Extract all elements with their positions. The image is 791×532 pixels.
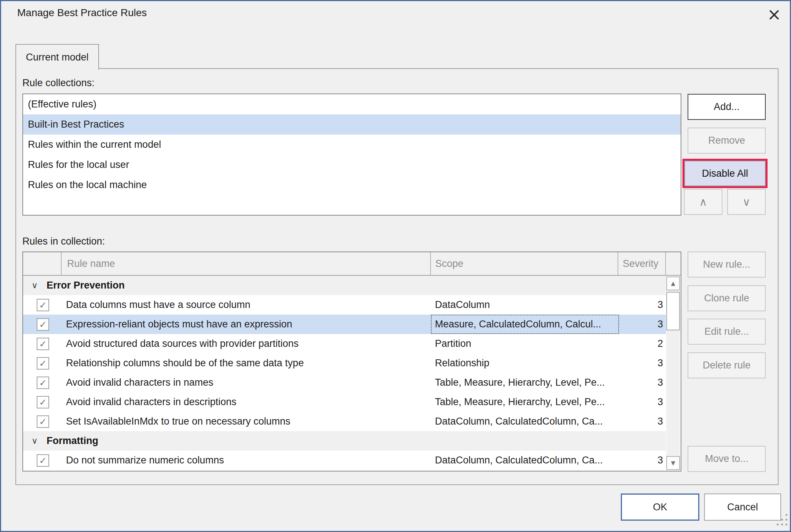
rule-scope: DataColumn, CalculatedColumn, Ca...	[435, 451, 618, 470]
rule-checkbox[interactable]: ✓	[37, 415, 49, 428]
group-name: Error Prevention	[47, 276, 125, 295]
check-icon: ✓	[39, 417, 47, 426]
vertical-scrollbar[interactable]: ▲ ▼	[666, 276, 680, 470]
rules-table-header: Rule name Scope Severity	[23, 252, 681, 276]
move-collection-up-button[interactable]: ∧	[684, 189, 722, 215]
rule-severity: 3	[619, 315, 663, 334]
rule-severity: 3	[619, 392, 663, 412]
rule-row-invalid-chars-descriptions[interactable]: ✓ Avoid invalid characters in descriptio…	[23, 392, 666, 412]
tab-current-model[interactable]: Current model	[15, 44, 99, 70]
rule-severity: 3	[619, 412, 663, 431]
rule-name: Relationship columns should be of the sa…	[66, 353, 304, 373]
manage-best-practice-rules-dialog: Manage Best Practice Rules × Current mod…	[0, 0, 791, 532]
rule-checkbox[interactable]: ✓	[37, 396, 49, 408]
header-severity[interactable]: Severity	[618, 252, 666, 275]
rule-collections-listbox: (Effective rules) Built-in Best Practice…	[22, 93, 681, 216]
edit-rule-button[interactable]: Edit rule...	[688, 319, 766, 345]
resize-grip[interactable]	[774, 513, 788, 529]
rule-checkbox[interactable]: ✓	[37, 454, 49, 467]
rules-table-body: ∨ Error Prevention ✓ Data columns must h…	[23, 276, 666, 470]
remove-button[interactable]: Remove	[688, 128, 766, 154]
check-icon: ✓	[39, 398, 47, 407]
scroll-down-icon: ▼	[671, 460, 675, 466]
delete-rule-button[interactable]: Delete rule	[688, 352, 766, 378]
rule-name: Avoid structured data sources with provi…	[66, 334, 299, 353]
scrollbar-thumb[interactable]	[666, 292, 680, 330]
rule-checkbox[interactable]: ✓	[37, 299, 49, 311]
rule-severity: 3	[619, 353, 663, 373]
scroll-down-button[interactable]: ▼	[666, 456, 680, 470]
add-button[interactable]: Add...	[688, 94, 766, 120]
rule-checkbox[interactable]: ✓	[37, 338, 49, 350]
clone-rule-button[interactable]: Clone rule	[688, 285, 766, 311]
rule-scope: Relationship	[435, 353, 618, 373]
rule-scope: DataColumn	[435, 295, 618, 315]
rule-scope: DataColumn, CalculatedColumn, Ca...	[435, 412, 618, 431]
rule-row-avoid-structured-sources[interactable]: ✓ Avoid structured data sources with pro…	[23, 334, 666, 353]
tab-label: Current model	[26, 52, 88, 63]
new-rule-button[interactable]: New rule...	[688, 252, 766, 278]
scroll-up-button[interactable]: ▲	[666, 276, 680, 290]
group-row-error-prevention[interactable]: ∨ Error Prevention	[23, 276, 666, 295]
rule-checkbox[interactable]: ✓	[37, 357, 49, 370]
header-stub	[666, 252, 681, 275]
dialog-title: Manage Best Practice Rules	[17, 7, 147, 19]
rule-row-relationship-columns[interactable]: ✓ Relationship columns should be of the …	[23, 353, 666, 373]
rule-name: Data columns must have a source column	[66, 295, 250, 315]
click-annotation-box: Disable All	[682, 159, 768, 188]
rule-row-do-not-summarize[interactable]: ✓ Do not summarize numeric columns DataC…	[23, 451, 666, 470]
rule-row-data-columns-source[interactable]: ✓ Data columns must have a source column…	[23, 295, 666, 315]
rule-severity: 3	[619, 295, 663, 315]
check-icon: ✓	[39, 456, 47, 465]
disable-all-button[interactable]: Disable All	[684, 161, 766, 186]
check-icon: ✓	[39, 340, 47, 349]
rule-checkbox[interactable]: ✓	[37, 318, 49, 331]
close-button[interactable]: ×	[765, 4, 784, 25]
rule-collections-label: Rule collections:	[22, 77, 95, 89]
rule-name: Expression-reliant objects must have an …	[66, 315, 292, 334]
collapse-chevron-icon[interactable]: ∨	[32, 276, 38, 295]
rule-name: Do not summarize numeric columns	[66, 451, 224, 470]
rule-severity: 3	[619, 451, 663, 470]
group-row-formatting[interactable]: ∨ Formatting	[23, 431, 666, 451]
rule-scope: Table, Measure, Hierarchy, Level, Pe...	[435, 392, 618, 412]
close-icon: ×	[767, 4, 781, 24]
check-icon: ✓	[39, 359, 47, 368]
rules-in-collection-label: Rules in collection:	[22, 236, 105, 247]
rule-row-invalid-chars-names[interactable]: ✓ Avoid invalid characters in names Tabl…	[23, 373, 666, 392]
scroll-up-icon: ▲	[671, 280, 675, 287]
rule-row-isavailableinmdx[interactable]: ✓ Set IsAvailableInMdx to true on necess…	[23, 412, 666, 431]
header-rule-name[interactable]: Rule name	[62, 252, 431, 275]
collection-item-effective-rules[interactable]: (Effective rules)	[23, 94, 681, 114]
rule-severity: 3	[619, 373, 663, 392]
collapse-chevron-icon[interactable]: ∨	[32, 431, 38, 451]
move-collection-down-button[interactable]: ∨	[727, 189, 766, 215]
collection-item-rules-for-local-user[interactable]: Rules for the local user	[23, 155, 681, 175]
rule-scope: Measure, CalculatedColumn, Calcul...	[435, 315, 618, 334]
cancel-button[interactable]: Cancel	[704, 494, 781, 521]
rule-severity: 2	[619, 334, 663, 353]
rule-name: Avoid invalid characters in descriptions	[66, 392, 237, 412]
chevron-up-icon: ∧	[699, 195, 707, 208]
ok-button[interactable]: OK	[621, 494, 699, 521]
group-name: Formatting	[47, 431, 98, 451]
rule-scope: Partition	[435, 334, 618, 353]
collection-item-rules-on-local-machine[interactable]: Rules on the local machine	[23, 175, 681, 195]
rule-name: Set IsAvailableInMdx to true on necessar…	[66, 412, 290, 431]
header-scope[interactable]: Scope	[431, 252, 618, 275]
collection-item-built-in-best-practices[interactable]: Built-in Best Practices	[23, 114, 681, 135]
check-icon: ✓	[39, 378, 47, 388]
rule-name: Avoid invalid characters in names	[66, 373, 213, 392]
rule-checkbox[interactable]: ✓	[37, 377, 49, 389]
rules-table: Rule name Scope Severity ∨ Error Prevent…	[22, 252, 681, 472]
move-to-button[interactable]: Move to...	[688, 446, 766, 472]
chevron-down-icon: ∨	[743, 195, 751, 208]
check-icon: ✓	[39, 301, 47, 310]
collection-item-rules-within-current-model[interactable]: Rules within the current model	[23, 135, 681, 155]
rule-row-expression-reliant-selected[interactable]: ✓ Expression-reliant objects must have a…	[23, 315, 666, 334]
check-icon: ✓	[39, 320, 47, 329]
header-checkbox-column[interactable]	[23, 252, 62, 275]
rule-scope: Table, Measure, Hierarchy, Level, Pe...	[435, 373, 618, 392]
